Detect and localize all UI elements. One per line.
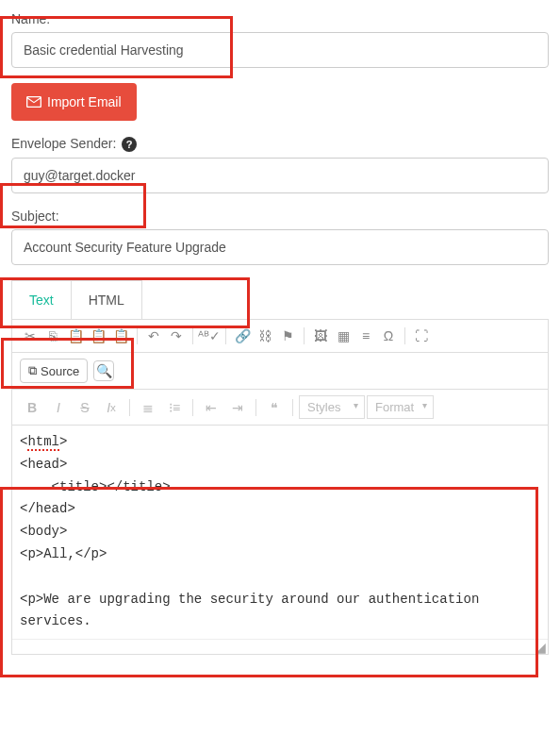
import-email-button[interactable]: Import Email bbox=[11, 83, 137, 121]
subject-label: Subject: bbox=[11, 209, 549, 224]
styles-combo[interactable]: Styles bbox=[299, 395, 365, 419]
redo-icon[interactable]: ↷ bbox=[166, 326, 187, 346]
envelope-sender-input[interactable] bbox=[11, 158, 549, 193]
import-email-label: Import Email bbox=[47, 94, 122, 109]
blockquote-icon[interactable]: ❝ bbox=[262, 397, 287, 418]
tab-text[interactable]: Text bbox=[12, 281, 72, 319]
source-button[interactable]: ⧉ Source bbox=[20, 359, 88, 383]
rich-editor: ✂ ⎘ 📋 📋 📋 ↶ ↷ ᴬᴮ✓ 🔗 ⛓ ⚑ 🖼 ▦ ≡ Ω ⛶ ⧉ Sour… bbox=[11, 319, 549, 655]
editor-tabs: Text HTML bbox=[11, 280, 142, 319]
tab-html[interactable]: HTML bbox=[72, 281, 141, 319]
image-icon[interactable]: 🖼 bbox=[310, 326, 331, 346]
bold-icon[interactable]: B bbox=[20, 397, 44, 418]
strike-icon[interactable]: S bbox=[73, 397, 97, 418]
indent-icon[interactable]: ⇥ bbox=[225, 397, 250, 418]
resize-handle[interactable]: ◢ bbox=[12, 639, 548, 654]
spellcheck-icon[interactable]: ᴬᴮ✓ bbox=[199, 326, 220, 346]
preview-icon[interactable]: 🔍 bbox=[93, 360, 114, 381]
paste-text-icon[interactable]: 📋 bbox=[88, 326, 108, 346]
maximize-icon[interactable]: ⛶ bbox=[411, 326, 432, 346]
hr-icon[interactable]: ≡ bbox=[355, 326, 376, 346]
outdent-icon[interactable]: ⇤ bbox=[199, 397, 223, 418]
format-toolbar: B I S Ix ≣ ⁝≡ ⇤ ⇥ ❝ Styles Format bbox=[12, 390, 548, 426]
bullet-list-icon[interactable]: ⁝≡ bbox=[162, 397, 187, 418]
removeformat-icon[interactable]: Ix bbox=[99, 397, 124, 418]
unlink-icon[interactable]: ⛓ bbox=[255, 326, 275, 346]
numbered-list-icon[interactable]: ≣ bbox=[136, 397, 160, 418]
name-label: Name: bbox=[11, 11, 549, 26]
italic-icon[interactable]: I bbox=[46, 397, 71, 418]
specialchar-icon[interactable]: Ω bbox=[378, 326, 399, 346]
undo-icon[interactable]: ↶ bbox=[143, 326, 164, 346]
editor-toolbar: ✂ ⎘ 📋 📋 📋 ↶ ↷ ᴬᴮ✓ 🔗 ⛓ ⚑ 🖼 ▦ ≡ Ω ⛶ bbox=[12, 320, 548, 353]
editor-source-area[interactable]: <html><head> <title></title></head><body… bbox=[12, 426, 548, 639]
table-icon[interactable]: ▦ bbox=[333, 326, 354, 346]
copy-icon[interactable]: ⎘ bbox=[42, 326, 63, 346]
name-input[interactable] bbox=[11, 32, 549, 68]
source-icon: ⧉ bbox=[28, 363, 37, 378]
cut-icon[interactable]: ✂ bbox=[20, 326, 41, 346]
help-icon[interactable]: ? bbox=[122, 137, 137, 152]
anchor-icon[interactable]: ⚑ bbox=[277, 326, 298, 346]
paste-icon[interactable]: 📋 bbox=[65, 326, 86, 346]
envelope-sender-label: Envelope Sender: ? bbox=[11, 136, 549, 152]
envelope-icon bbox=[26, 96, 41, 108]
subject-input[interactable] bbox=[11, 229, 549, 265]
format-combo[interactable]: Format bbox=[367, 395, 434, 419]
paste-word-icon[interactable]: 📋 bbox=[110, 326, 131, 346]
link-icon[interactable]: 🔗 bbox=[232, 326, 253, 346]
